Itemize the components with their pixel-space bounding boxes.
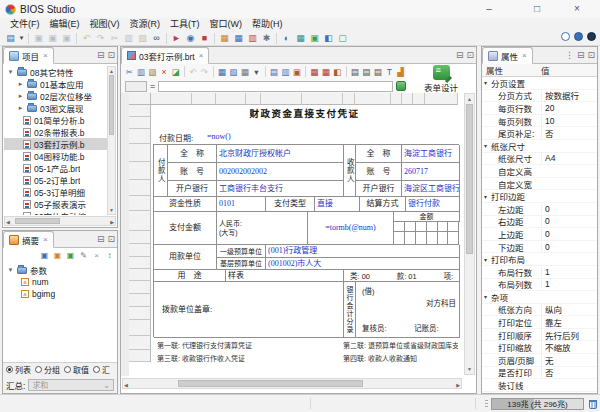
cell-bank-entry-block[interactable]: (借) 对方科目 复核员: 记账员: (356, 282, 460, 338)
window-maximize-button[interactable]: □ (526, 1, 548, 16)
cell-payee-name[interactable]: 海淀工商银行 (402, 145, 460, 163)
save-all-icon[interactable]: ▣ (60, 32, 73, 45)
expander-icon[interactable]: ▸ (17, 92, 24, 100)
property-row[interactable]: 左边距 0 (482, 203, 597, 216)
collapse-arrow-icon[interactable]: ▾ (482, 293, 491, 300)
menu-item[interactable]: 窗口(W) (205, 18, 248, 31)
property-value[interactable]: 0 (541, 216, 597, 226)
property-value[interactable]: 0 (541, 242, 597, 252)
cell-pay-type-label[interactable]: 支付类型 (266, 197, 315, 212)
tab-editor[interactable]: 03套打示例.brt × (121, 47, 209, 64)
column-header[interactable] (402, 93, 413, 105)
project-vertical-scrollbar[interactable]: ▲ ▼ (107, 66, 116, 215)
property-row[interactable]: 打印定位 靠左 (482, 316, 597, 329)
property-row[interactable]: 每页行数 20 (482, 102, 597, 115)
expander-icon[interactable]: ▸ (17, 104, 24, 112)
web-browser-icon[interactable] (574, 32, 583, 41)
property-row[interactable]: 右边距 0 (482, 216, 597, 229)
tree-item[interactable]: 05子报表演示 (4, 198, 107, 210)
collapse-arrow-icon[interactable]: ▾ (482, 256, 491, 263)
view-menu-icon[interactable]: ⋮ (565, 49, 574, 61)
collapse-arrow-icon[interactable]: ▾ (482, 79, 491, 86)
column-header[interactable] (425, 93, 458, 105)
tree-item[interactable]: 06字体自动缩 (4, 210, 107, 215)
radio-option[interactable]: 分组 (35, 364, 60, 375)
cell-amount-formula[interactable]: =tormb(@num) (308, 212, 394, 245)
help-icon[interactable] (561, 32, 570, 41)
cell-fund-nature-label[interactable]: 资金性质 (154, 197, 217, 212)
cell-settlement[interactable]: 银行付款 (406, 197, 460, 212)
borders-icon[interactable]: ▦ (240, 66, 251, 78)
cell-pay-date-label[interactable]: 付款日期: (159, 132, 193, 143)
radio-option[interactable]: 取值 (64, 364, 89, 375)
cut-icon[interactable]: ✂ (108, 32, 121, 45)
stop-icon[interactable]: ■ (198, 32, 211, 45)
property-row[interactable]: ▾ 杂项 (482, 291, 597, 304)
property-row[interactable]: 布局列数 1 (482, 279, 597, 292)
tree-item[interactable]: num (4, 276, 107, 288)
cell-amount-label[interactable]: 支付金额 (154, 212, 217, 245)
column-header[interactable] (216, 93, 246, 105)
cell-title[interactable]: 财政资金直接支付凭证 (151, 106, 458, 120)
property-row[interactable]: 自定义高 (482, 165, 597, 178)
radio-option[interactable]: 汇 (93, 364, 110, 375)
row-header[interactable] (129, 294, 151, 307)
tree-item[interactable]: ▸ 02层次位移坐 (4, 90, 107, 102)
row-header[interactable] (129, 129, 151, 144)
copy-icon[interactable]: ▥ (136, 66, 147, 78)
new-report-icon[interactable]: ▤ (4, 32, 17, 45)
row-header[interactable] (129, 180, 151, 196)
row-header[interactable] (129, 231, 151, 244)
menu-item[interactable]: 帮助(H) (247, 18, 288, 31)
cell-payer-account[interactable]: 002002002002 (217, 163, 344, 181)
align-left-icon[interactable]: ▤ (349, 66, 360, 78)
row-header[interactable] (129, 117, 151, 129)
row-header[interactable] (129, 269, 151, 281)
menu-item[interactable]: 视图(V) (85, 18, 125, 31)
property-value[interactable]: 20 (541, 103, 597, 113)
property-row[interactable]: ▾ 打印边距 (482, 190, 597, 203)
cell-purpose[interactable]: 样表 (226, 270, 344, 282)
align-right-icon[interactable]: ▤ (372, 66, 383, 78)
run-icon[interactable]: ► (170, 32, 183, 45)
copy-icon[interactable]: ▥ (122, 32, 135, 45)
radio-option[interactable]: 列表 (6, 364, 31, 375)
row-header[interactable] (129, 144, 151, 162)
maximize-view-icon[interactable]: ⊡ (587, 49, 595, 61)
chart-icon[interactable]: ▟ (396, 66, 407, 78)
property-row[interactable]: ▾ 纸张尺寸 (482, 140, 597, 153)
tree-item[interactable]: ▸ 01基本应用 (4, 78, 107, 90)
property-value[interactable]: 10 (541, 116, 597, 126)
tree-item[interactable]: 04图释功能.b (4, 150, 107, 162)
digit-cell[interactable] (448, 232, 459, 245)
undo-icon[interactable]: ↶ (188, 66, 199, 78)
search-icon[interactable]: ∞ (150, 32, 163, 45)
column-header[interactable] (151, 93, 192, 105)
close-icon[interactable]: × (43, 51, 48, 60)
delete-icon[interactable]: × (91, 250, 102, 261)
export-icon[interactable]: ◧ (322, 32, 335, 45)
close-icon[interactable]: × (199, 51, 204, 60)
property-value[interactable]: 否 (541, 366, 597, 378)
settings-gear-icon[interactable]: ✱ (260, 32, 273, 45)
web-icon[interactable]: ◐ (280, 32, 293, 45)
property-value[interactable]: 按数据行 (541, 89, 597, 101)
tree-item[interactable]: 03套打示例.b (4, 138, 107, 150)
property-value[interactable]: 否 (541, 127, 597, 139)
refresh-icon[interactable]: ↕ (104, 250, 115, 261)
digit-cell[interactable] (394, 232, 405, 245)
cell-payee-account[interactable]: 260717 (402, 163, 460, 181)
digit-cell[interactable] (394, 222, 405, 232)
insert-col-icon[interactable]: ▥ (280, 66, 291, 78)
redo-icon[interactable]: ↷ (94, 32, 107, 45)
digit-cell[interactable] (427, 232, 438, 245)
row-header[interactable] (129, 320, 151, 336)
tree-item[interactable]: bgimg (4, 288, 107, 300)
property-row[interactable]: 每页列数 10 (482, 115, 597, 128)
property-value[interactable]: 1 (541, 267, 597, 277)
save-as-icon[interactable]: ▣ (46, 32, 59, 45)
tab-project[interactable]: 项目 × (3, 47, 54, 64)
cell-payee-bank[interactable]: 海淀区工商银行 (402, 181, 460, 197)
cut-icon[interactable]: ✂ (124, 66, 135, 78)
property-value[interactable]: 靠左 (541, 316, 597, 328)
